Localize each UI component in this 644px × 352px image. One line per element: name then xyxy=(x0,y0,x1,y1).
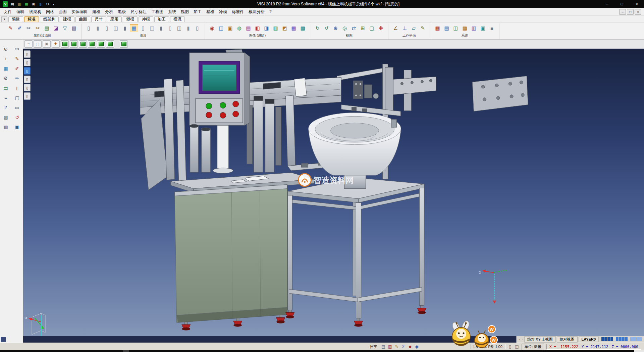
attr-edit-icon[interactable]: ✎ xyxy=(6,24,15,32)
menu-item[interactable]: 文件 xyxy=(1,8,14,15)
attr-copy-icon[interactable]: ✐ xyxy=(15,24,24,32)
iso-view-4-icon[interactable] xyxy=(88,40,96,48)
iso-view-2-icon[interactable] xyxy=(70,40,78,48)
grid-icon[interactable]: ▦ xyxy=(1,64,10,73)
menu-item[interactable]: 分析 xyxy=(103,8,115,15)
absolute-view-readout[interactable]: 绝对视图 xyxy=(557,336,578,343)
menu-item[interactable]: 实体编辑 xyxy=(69,8,90,15)
system-units-icon[interactable]: ◫ xyxy=(451,24,460,32)
system-prefs-icon[interactable]: ▩ xyxy=(461,24,469,32)
undo-side-icon[interactable]: ↺ xyxy=(13,113,21,121)
workflow-tab[interactable]: 编辑 xyxy=(8,16,23,22)
stereo-icon[interactable]: ▦ xyxy=(289,24,298,32)
control-panel[interactable] xyxy=(190,49,250,125)
capture-icon[interactable]: ◉ xyxy=(208,24,216,32)
workflow-tab[interactable]: 塑模 xyxy=(123,16,138,22)
tab-dropdown-icon[interactable]: ▾ xyxy=(1,16,7,22)
two-d-icon[interactable]: 2 xyxy=(1,103,10,112)
solid-display-icon[interactable]: ▮ xyxy=(121,24,129,32)
shaded-icon[interactable]: ▮ xyxy=(94,24,102,32)
status-2d-icon[interactable]: 2 xyxy=(401,344,406,349)
layer-manager-icon[interactable]: ▤ xyxy=(43,24,51,32)
edges-display-icon[interactable]: ▮ xyxy=(157,24,165,32)
refresh-view-icon[interactable]: ✚ xyxy=(377,24,385,32)
workflow-tab[interactable]: 应用 xyxy=(107,16,122,22)
menu-item[interactable]: 标准件 xyxy=(229,8,246,15)
menu-item[interactable]: 线架构 xyxy=(27,8,44,15)
frame-icon[interactable]: ▭ xyxy=(13,103,21,112)
mini-filter-1-icon[interactable]: ▯ xyxy=(24,50,31,58)
status-mark-icon[interactable]: ◆ xyxy=(408,344,413,349)
snapshot-icon[interactable]: ◍ xyxy=(235,24,244,32)
viewport-menu-icon[interactable]: ≡ xyxy=(24,40,33,48)
transparency-icon[interactable]: ◫ xyxy=(175,24,183,32)
mask-icon[interactable]: ◪ xyxy=(52,24,60,32)
menu-item[interactable]: ? xyxy=(267,9,274,15)
redline-icon[interactable]: ✐ xyxy=(13,64,21,73)
attr-transfer-icon[interactable]: ✂ xyxy=(34,24,42,32)
compare-image-icon[interactable]: ▥ xyxy=(271,24,280,32)
menu-item[interactable]: 视图 xyxy=(178,8,191,15)
gallery-icon[interactable]: ▤ xyxy=(244,24,253,32)
iso-view-3-icon[interactable] xyxy=(79,40,87,48)
workflow-tab[interactable]: 模流 xyxy=(170,16,185,22)
filter-icon[interactable]: ▽ xyxy=(61,24,69,32)
mini-filter-3-icon[interactable]: ▯ xyxy=(24,67,31,75)
mini-filter-6-icon[interactable]: ▯ xyxy=(24,92,31,100)
qat-dropdown-icon[interactable]: ▾ xyxy=(53,2,54,6)
print-icon[interactable]: ◫ xyxy=(38,1,43,7)
image-icon[interactable]: ◫ xyxy=(217,24,225,32)
workflow-tab[interactable]: 加工 xyxy=(154,16,169,22)
new-doc-icon[interactable]: ▤ xyxy=(10,1,15,7)
save-icon[interactable]: ▦ xyxy=(24,1,29,7)
overlay-image-icon[interactable]: ◩ xyxy=(280,24,289,32)
doc-minimize-button[interactable]: – xyxy=(619,9,626,15)
menu-item[interactable]: 冲模 xyxy=(217,8,229,15)
menu-item[interactable]: 编辑 xyxy=(14,8,27,15)
pen-icon[interactable]: ✏ xyxy=(13,74,21,82)
iso-view-6-icon[interactable] xyxy=(106,40,114,48)
texture-icon[interactable]: ▣ xyxy=(226,24,234,32)
status-lock-icon[interactable]: ▥ xyxy=(387,344,393,349)
wireframe-icon[interactable]: ▯ xyxy=(85,24,93,32)
open-file-icon[interactable]: ▥ xyxy=(17,1,22,7)
menu-item[interactable]: 曲面 xyxy=(56,8,69,15)
save-all-icon[interactable]: ▣ xyxy=(31,1,36,7)
menu-item[interactable]: 系统 xyxy=(166,8,178,15)
attr-cut-icon[interactable]: ✂ xyxy=(24,24,33,32)
rotate-view-icon[interactable]: ↻ xyxy=(313,24,322,32)
cad-model-canvas[interactable]: 智造资料网 x xyxy=(23,49,644,336)
render-mode-icon[interactable]: ▦ xyxy=(130,24,138,32)
status-doc-icon[interactable]: ▯ xyxy=(507,344,513,349)
workflow-tab[interactable]: 尺寸 xyxy=(91,16,106,22)
menu-item[interactable]: 模流分析 xyxy=(246,8,267,15)
zoom-window-icon[interactable]: ◎ xyxy=(340,24,349,32)
iso-view-5-icon[interactable] xyxy=(97,40,105,48)
section-display-icon[interactable]: ◫ xyxy=(148,24,156,32)
status-world-icon[interactable]: ◉ xyxy=(414,344,420,349)
surface-display-icon[interactable]: ◫ xyxy=(112,24,120,32)
sheet-icon[interactable]: ▯ xyxy=(13,84,21,92)
doc-restore-button[interactable]: □ xyxy=(627,9,634,15)
snap-lock-label[interactable]: 拴牢 xyxy=(369,344,379,349)
status-save-icon[interactable]: ▤ xyxy=(381,344,386,349)
workplane-face-icon[interactable]: ▱ xyxy=(410,24,418,32)
view-mode-readout[interactable]: 绝对 XY 上视图 xyxy=(524,336,556,343)
hidden-line-icon[interactable]: ▯ xyxy=(103,24,111,32)
minimize-button[interactable]: – xyxy=(600,0,614,8)
workflow-tab[interactable]: 标准 xyxy=(24,16,39,22)
selection-filter-icon[interactable]: ▨ xyxy=(70,24,78,32)
lighting-icon[interactable]: ▯ xyxy=(193,24,202,32)
move-icon[interactable]: + xyxy=(1,55,10,63)
menu-item[interactable]: 尺寸标注 xyxy=(128,8,149,15)
shade-flat-icon[interactable]: ▣ xyxy=(43,40,51,48)
pan-icon[interactable]: ⇄ xyxy=(350,24,358,32)
workflow-tab[interactable]: 建模 xyxy=(60,16,74,22)
layers-icon[interactable]: ▤ xyxy=(1,84,10,92)
mini-filter-4-icon[interactable]: ▯ xyxy=(24,76,31,83)
mini-filter-2-icon[interactable]: ▯ xyxy=(24,59,31,66)
background-icon[interactable]: ▩ xyxy=(299,24,307,32)
rotate-back-icon[interactable]: ↺ xyxy=(322,24,331,32)
system-info-icon[interactable]: ■ xyxy=(488,24,496,32)
workflow-tab[interactable]: 曲面 xyxy=(75,16,90,22)
